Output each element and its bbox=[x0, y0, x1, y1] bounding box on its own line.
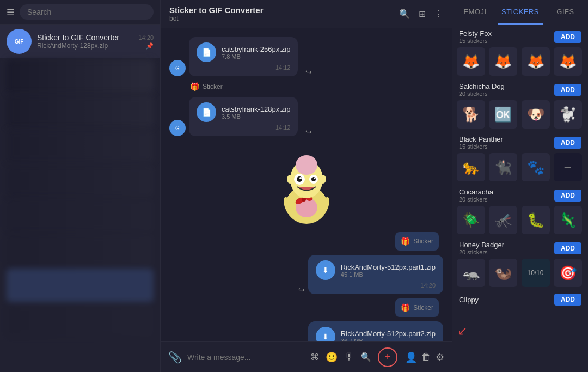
add-black-panther-button[interactable]: ADD bbox=[554, 137, 581, 149]
tab-stickers[interactable]: STICKERS bbox=[498, 0, 543, 25]
pack-name: Clippy bbox=[459, 296, 479, 304]
add-cucaracha-button[interactable]: ADD bbox=[554, 190, 581, 202]
sidebar-list: GIF Sticker to GIF Converter 14:20 RickA… bbox=[0, 25, 160, 372]
trash-icon[interactable]: 🗑 bbox=[421, 351, 431, 363]
pack-info: Black Panther 15 stickers bbox=[459, 135, 503, 150]
sidebar-item-blurred-1 bbox=[7, 59, 154, 93]
add-clippy-button[interactable]: ADD bbox=[554, 294, 581, 306]
add-salchicha-dog-button[interactable]: ADD bbox=[554, 84, 581, 96]
message-time: 14:12 bbox=[197, 64, 290, 71]
sidebar-header: ☰ bbox=[0, 0, 160, 25]
file-message: 📄 catsbyfrank-128px.zip 3.5 MB bbox=[197, 102, 290, 122]
settings-icon[interactable]: ⚙ bbox=[436, 351, 444, 363]
list-item[interactable]: 🦡 bbox=[457, 259, 485, 287]
list-item[interactable]: 10/10 bbox=[522, 259, 550, 287]
list-item[interactable]: 🐶 bbox=[522, 100, 550, 129]
message-input[interactable] bbox=[187, 353, 305, 362]
sticker-panel: EMOJI STICKERS GIFS Feisty Fox 15 sticke… bbox=[452, 0, 588, 372]
person-icon[interactable]: 👤 bbox=[405, 351, 417, 363]
panel-tabs: EMOJI STICKERS GIFS bbox=[452, 0, 588, 25]
table-row: G 📄 catsbyfrank-128px.zip 3.5 MB 14:12 ↪ bbox=[169, 97, 312, 136]
svg-point-14 bbox=[287, 175, 293, 184]
sticker-pack-black-panther: Black Panther 15 stickers ADD 🐆 🐈‍⬛ 🐾 — bbox=[457, 135, 584, 181]
search-messages-icon[interactable]: 🔍 bbox=[360, 352, 371, 362]
list-item[interactable]: 🦊 bbox=[489, 47, 517, 76]
list-item[interactable]: 🐩 bbox=[554, 100, 582, 129]
list-item[interactable]: 🐈‍⬛ bbox=[489, 153, 517, 181]
chat-input-bar: 📎 ⌘ 🙂 🎙 🔍 + ↙ 👤 🗑 ⚙ bbox=[161, 341, 452, 372]
list-item[interactable]: 🦟 bbox=[489, 206, 517, 234]
avatar: GIF bbox=[7, 29, 32, 54]
table-row: 🎁 Sticker bbox=[169, 81, 223, 93]
file-icon: 📄 bbox=[197, 102, 216, 122]
sidebar-item-blurred-6 bbox=[7, 234, 154, 267]
emoji-icon[interactable]: 🙂 bbox=[326, 351, 338, 363]
add-honey-badger-button[interactable]: ADD bbox=[554, 242, 581, 254]
pin-icon: 📌 bbox=[146, 42, 154, 50]
pack-count: 20 stickers bbox=[459, 196, 493, 203]
table-row: ↪ ⬇ RickAndMorty-512px.part1.zip 45.1 MB… bbox=[294, 255, 443, 294]
search-icon[interactable]: 🔍 bbox=[399, 9, 410, 19]
sticker-grid: 🐕 🆗 🐶 🐩 bbox=[457, 100, 584, 129]
list-item[interactable]: 🪲 bbox=[457, 206, 485, 234]
bottom-bar-icons: 👤 🗑 ⚙ bbox=[405, 351, 444, 363]
file-message: ⬇ RickAndMorty-512px.part2.zip 36.7 MB bbox=[316, 327, 436, 341]
list-item[interactable]: 🆗 bbox=[489, 100, 517, 129]
layout-icon[interactable]: ⊞ bbox=[419, 9, 426, 19]
sidebar-item-sticker-bot[interactable]: GIF Sticker to GIF Converter 14:20 RickA… bbox=[0, 25, 160, 58]
pack-info: Feisty Fox 15 stickers bbox=[459, 29, 492, 44]
mic-icon[interactable]: 🎙 bbox=[344, 351, 354, 363]
list-item[interactable]: 🦦 bbox=[489, 259, 517, 287]
attach-icon[interactable]: 📎 bbox=[168, 351, 182, 364]
list-item[interactable]: 🦎 bbox=[554, 206, 582, 234]
command-icon[interactable]: ⌘ bbox=[310, 352, 319, 362]
list-item[interactable]: 🦊 bbox=[554, 47, 582, 76]
avatar: G bbox=[169, 60, 186, 76]
file-size: 7.8 MB bbox=[222, 53, 290, 60]
sticker-message bbox=[263, 141, 350, 228]
list-item[interactable]: 🐛 bbox=[522, 206, 550, 234]
forward-button[interactable]: ↪ bbox=[298, 285, 305, 294]
sticker-list: Feisty Fox 15 stickers ADD 🦊 🦊 🦊 🦊 Salch… bbox=[452, 25, 588, 372]
add-sticker-button[interactable]: + bbox=[378, 347, 397, 367]
sidebar-item-blurred-2 bbox=[7, 94, 154, 128]
download-icon[interactable]: ⬇ bbox=[316, 260, 335, 280]
list-item[interactable]: 🐆 bbox=[457, 153, 485, 181]
list-item[interactable]: 🐾 bbox=[522, 153, 550, 181]
sidebar-item-blurred-5 bbox=[7, 199, 154, 233]
sticker-grid: 🐆 🐈‍⬛ 🐾 — bbox=[457, 153, 584, 181]
pack-name: Feisty Fox bbox=[459, 29, 492, 38]
sidebar-item-blurred-8 bbox=[7, 303, 154, 337]
file-size: 3.5 MB bbox=[222, 113, 290, 120]
list-item[interactable]: 🐕 bbox=[457, 100, 485, 129]
pack-name: Black Panther bbox=[459, 135, 503, 143]
list-item[interactable]: 🦊 bbox=[457, 47, 485, 76]
chat-preview: RickAndMorty-128px.zip bbox=[37, 42, 108, 50]
sidebar-item-blurred-4 bbox=[7, 164, 154, 198]
svg-point-12 bbox=[299, 177, 302, 179]
list-item[interactable]: 🎯 bbox=[554, 259, 582, 287]
file-info: catsbyfrank-128px.zip 3.5 MB bbox=[222, 105, 290, 120]
forward-button[interactable]: ↪ bbox=[305, 68, 312, 76]
pack-name: Salchicha Dog bbox=[459, 82, 505, 90]
main-chat: Sticker to GIF Converter bot 🔍 ⊞ ⋮ G 📄 c… bbox=[161, 0, 452, 372]
forward-button[interactable]: ↪ bbox=[305, 127, 312, 136]
svg-point-13 bbox=[314, 177, 315, 179]
sidebar-item-blurred-7 bbox=[7, 269, 154, 302]
more-icon[interactable]: ⋮ bbox=[434, 9, 443, 19]
download-icon[interactable]: ⬇ bbox=[316, 327, 335, 341]
search-input[interactable] bbox=[20, 4, 154, 20]
tab-emoji[interactable]: EMOJI bbox=[452, 0, 498, 25]
sticker-pack-salchicha-dog: Salchicha Dog 20 stickers ADD 🐕 🆗 🐶 🐩 bbox=[457, 82, 584, 129]
sidebar-item-blurred-3 bbox=[7, 129, 154, 163]
file-message: 📄 catsbyfrank-256px.zip 7.8 MB bbox=[197, 42, 290, 62]
add-feisty-fox-button[interactable]: ADD bbox=[554, 31, 581, 43]
sticker-grid: 🪲 🦟 🐛 🦎 bbox=[457, 206, 584, 234]
tab-gifs[interactable]: GIFS bbox=[543, 0, 588, 25]
list-item[interactable]: — bbox=[554, 153, 582, 181]
sticker-label: Sticker bbox=[203, 81, 223, 93]
pack-name: Honey Badger bbox=[459, 241, 504, 249]
list-item[interactable]: 🦊 bbox=[522, 47, 550, 76]
file-size: 45.1 MB bbox=[341, 271, 436, 278]
hamburger-icon[interactable]: ☰ bbox=[7, 7, 14, 17]
